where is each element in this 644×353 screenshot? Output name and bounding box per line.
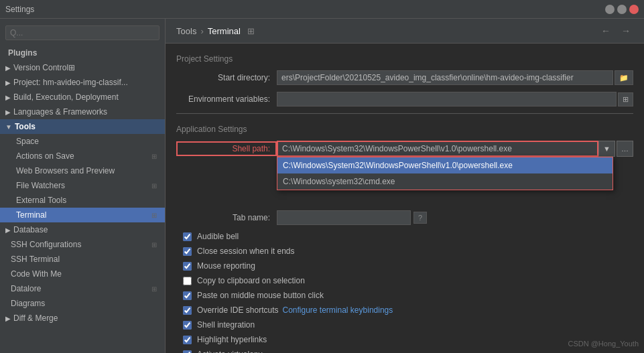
sidebar-item-diff-merge[interactable]: ▶ Diff & Merge xyxy=(0,311,165,326)
close-button[interactable] xyxy=(629,5,639,14)
paste-middle-label: Paste on middle mouse button click xyxy=(197,291,324,300)
main-container: Plugins ▶ Version Control ⊞ ▶ Project: h… xyxy=(0,19,644,353)
override-ide-checkbox[interactable] xyxy=(183,306,192,315)
sidebar-item-web-browsers[interactable]: Web Browsers and Preview xyxy=(0,163,165,178)
sidebar-item-datalore[interactable]: Datalore ⊞ xyxy=(0,281,165,296)
close-session-label: Close session when it ends xyxy=(197,246,294,256)
sidebar-item-languages[interactable]: ▶ Languages & Frameworks xyxy=(0,104,165,119)
sidebar-item-tools[interactable]: ▼ Tools xyxy=(0,119,165,134)
sidebar-item-diagrams[interactable]: Diagrams xyxy=(0,296,165,311)
back-button[interactable]: ← xyxy=(598,24,613,38)
plugins-header: Plugins xyxy=(0,44,165,60)
chevron-down-icon: ▼ xyxy=(5,123,12,131)
highlight-hyperlinks-label: Highlight hyperlinks xyxy=(197,335,267,344)
mouse-reporting-row: Mouse reporting xyxy=(176,261,633,271)
sidebar-item-ssh-terminal[interactable]: SSH Terminal xyxy=(0,252,165,267)
tab-name-label: Tab name: xyxy=(176,213,277,222)
sidebar-item-build[interactable]: ▶ Build, Execution, Deployment xyxy=(0,90,165,104)
content-wrapper: Tools › Terminal ⊞ ← → Project Settings … xyxy=(166,19,644,353)
paste-middle-checkbox[interactable] xyxy=(183,291,192,300)
project-settings-title: Project Settings xyxy=(176,54,633,64)
activate-virtualenv-checkbox[interactable] xyxy=(183,350,192,354)
sidebar-label-terminal: Terminal xyxy=(16,210,46,220)
override-ide-row: Override IDE shortcuts Configure termina… xyxy=(176,305,633,315)
mouse-reporting-checkbox[interactable] xyxy=(183,262,192,271)
app-settings-title: Application Settings xyxy=(176,125,633,134)
ext-icon-datalore: ⊞ xyxy=(151,285,157,293)
start-directory-browse-button[interactable]: 📁 xyxy=(615,70,633,85)
shell-path-browse-button[interactable]: … xyxy=(617,141,633,157)
chevron-right-icon-5: ▶ xyxy=(5,226,11,234)
highlight-hyperlinks-checkbox[interactable] xyxy=(183,336,192,344)
sidebar-label-code-with-me: Code With Me xyxy=(11,269,62,279)
sidebar-item-external-tools[interactable]: External Tools xyxy=(0,193,165,208)
sidebar-item-file-watchers[interactable]: File Watchers ⊞ xyxy=(0,178,165,193)
sidebar-item-database[interactable]: ▶ Database xyxy=(0,222,165,237)
sidebar-label-datalore: Datalore xyxy=(11,284,41,293)
checkboxes-container: Audible bell Close session when it ends … xyxy=(176,232,633,353)
tab-name-input[interactable] xyxy=(277,210,411,225)
shell-integration-checkbox[interactable] xyxy=(183,321,192,330)
sidebar-label-external-tools: External Tools xyxy=(16,196,66,205)
sidebar-label-database: Database xyxy=(13,225,48,234)
ext-icon-watchers: ⊞ xyxy=(151,182,157,190)
override-ide-label: Override IDE shortcuts xyxy=(197,305,278,315)
header-actions: ← → xyxy=(598,24,633,38)
minimize-button[interactable] xyxy=(605,5,615,14)
audible-bell-checkbox[interactable] xyxy=(183,232,192,241)
chevron-right-icon-4: ▶ xyxy=(5,109,11,116)
breadcrumb-current: Terminal xyxy=(208,26,241,36)
divider-1 xyxy=(176,113,633,114)
configure-keybindings-link[interactable]: Configure terminal keybindings xyxy=(282,305,393,315)
sidebar-label-diff-merge: Diff & Merge xyxy=(13,313,58,323)
dropdown-item-cmd[interactable]: C:\Windows\system32\cmd.exe xyxy=(277,173,613,190)
sidebar-label-ssh-terminal: SSH Terminal xyxy=(11,255,60,264)
ext-icon-terminal: ⊞ xyxy=(151,212,157,219)
sidebar-label-project: Project: hm-avideo-img-classif... xyxy=(13,78,128,87)
sidebar-item-project[interactable]: ▶ Project: hm-avideo-img-classif... xyxy=(0,75,165,90)
copy-clipboard-checkbox[interactable] xyxy=(183,277,192,285)
env-variables-browse-button[interactable]: ⊞ xyxy=(618,92,633,107)
shell-path-input[interactable] xyxy=(277,141,598,157)
chevron-right-icon-6: ▶ xyxy=(5,315,11,322)
sidebar-label-version-control: Version Control xyxy=(13,63,68,72)
ext-icon-version-control: ⊞ xyxy=(68,63,75,72)
forward-button[interactable]: → xyxy=(619,24,633,38)
close-session-checkbox[interactable] xyxy=(183,247,192,256)
dropdown-item-powershell[interactable]: C:\Windows\System32\WindowsPowerShell\v1… xyxy=(277,157,613,173)
sidebar-item-space[interactable]: Space xyxy=(0,134,165,149)
audible-bell-label: Audible bell xyxy=(197,232,239,241)
sidebar-item-terminal[interactable]: Terminal ⊞ xyxy=(0,208,165,222)
sidebar-item-code-with-me[interactable]: Code With Me xyxy=(0,267,165,281)
sidebar-item-version-control[interactable]: ▶ Version Control ⊞ xyxy=(0,60,165,75)
paste-middle-row: Paste on middle mouse button click xyxy=(176,291,633,300)
ext-icon-actions: ⊞ xyxy=(151,153,157,160)
breadcrumb-icon: ⊞ xyxy=(247,26,255,36)
env-variables-container: ⊞ xyxy=(277,92,633,107)
window-controls xyxy=(605,5,639,14)
shell-path-dropdown-button[interactable]: ▼ xyxy=(598,141,615,157)
chevron-right-icon-3: ▶ xyxy=(5,94,11,101)
sidebar-label-languages: Languages & Frameworks xyxy=(13,107,107,117)
shell-path-dropdown-menu: C:\Windows\System32\WindowsPowerShell\v1… xyxy=(277,157,613,190)
shell-integration-label: Shell integration xyxy=(197,320,255,330)
sidebar-label-tools: Tools xyxy=(15,122,36,131)
highlight-hyperlinks-row: Highlight hyperlinks xyxy=(176,335,633,344)
shell-path-row: Shell path: ▼ … C:\Windows\System32\Wind… xyxy=(176,141,633,157)
breadcrumb: Tools › Terminal ⊞ xyxy=(176,26,255,36)
sidebar-item-ssh-configurations[interactable]: SSH Configurations ⊞ xyxy=(0,237,165,252)
search-input[interactable] xyxy=(5,25,159,40)
breadcrumb-separator: › xyxy=(200,26,203,36)
env-variables-input[interactable] xyxy=(277,92,617,107)
tab-name-row: Tab name: ? xyxy=(176,210,633,225)
start-directory-input[interactable] xyxy=(277,70,613,85)
maximize-button[interactable] xyxy=(617,5,627,14)
title-bar: Settings xyxy=(0,0,644,19)
chevron-right-icon: ▶ xyxy=(5,64,11,72)
chevron-right-icon-2: ▶ xyxy=(5,79,11,86)
sidebar-item-actions-on-save[interactable]: Actions on Save ⊞ xyxy=(0,149,165,163)
env-variables-row: Environment variables: ⊞ xyxy=(176,92,633,107)
shell-path-label: Shell path: xyxy=(176,141,277,156)
start-directory-label: Start directory: xyxy=(176,73,277,82)
tab-name-info-button[interactable]: ? xyxy=(413,212,427,224)
